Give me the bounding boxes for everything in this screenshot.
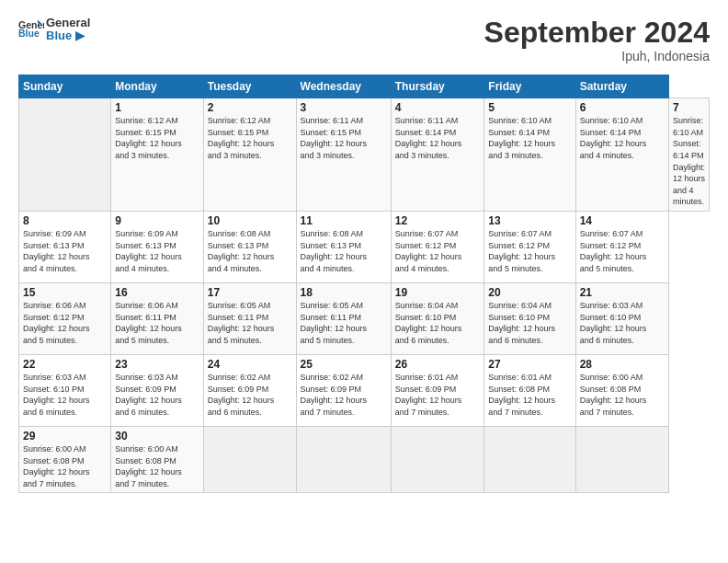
day-info: Sunrise: 6:12 AM Sunset: 6:15 PM Dayligh…	[208, 115, 292, 161]
day-number: 10	[208, 214, 292, 227]
day-of-week-header: Thursday	[391, 75, 484, 98]
day-number: 21	[580, 286, 665, 299]
day-of-week-header: Friday	[484, 75, 575, 98]
day-of-week-header: Saturday	[575, 75, 668, 98]
calendar-cell: 8Sunrise: 6:09 AM Sunset: 6:13 PM Daylig…	[19, 211, 111, 282]
calendar-header-row: SundayMondayTuesdayWednesdayThursdayFrid…	[19, 75, 710, 98]
day-number: 3	[301, 101, 387, 114]
calendar-cell: 21Sunrise: 6:03 AM Sunset: 6:10 PM Dayli…	[575, 282, 668, 354]
location: Ipuh, Indonesia	[484, 49, 710, 63]
day-info: Sunrise: 6:06 AM Sunset: 6:12 PM Dayligh…	[23, 300, 107, 346]
day-info: Sunrise: 6:05 AM Sunset: 6:11 PM Dayligh…	[301, 300, 387, 346]
calendar-week-row: 1Sunrise: 6:12 AM Sunset: 6:15 PM Daylig…	[19, 98, 710, 212]
day-of-week-header: Wednesday	[296, 75, 391, 98]
calendar-cell: 17Sunrise: 6:05 AM Sunset: 6:11 PM Dayli…	[203, 282, 296, 354]
calendar-cell: 29Sunrise: 6:00 AM Sunset: 6:08 PM Dayli…	[19, 426, 111, 492]
day-number: 12	[395, 214, 481, 227]
calendar-cell: 18Sunrise: 6:05 AM Sunset: 6:11 PM Dayli…	[296, 282, 391, 354]
calendar-cell: 19Sunrise: 6:04 AM Sunset: 6:10 PM Dayli…	[391, 282, 484, 354]
calendar-table: SundayMondayTuesdayWednesdayThursdayFrid…	[18, 75, 710, 493]
calendar-cell: 7Sunrise: 6:10 AM Sunset: 6:14 PM Daylig…	[668, 98, 709, 212]
day-info: Sunrise: 6:10 AM Sunset: 6:14 PM Dayligh…	[488, 115, 571, 161]
logo-icon: General Blue	[18, 17, 44, 42]
day-info: Sunrise: 6:10 AM Sunset: 6:14 PM Dayligh…	[673, 115, 705, 208]
calendar-cell: 16Sunrise: 6:06 AM Sunset: 6:11 PM Dayli…	[111, 282, 204, 354]
day-info: Sunrise: 6:00 AM Sunset: 6:08 PM Dayligh…	[23, 443, 107, 489]
day-number: 13	[488, 214, 571, 227]
calendar-cell: 25Sunrise: 6:02 AM Sunset: 6:09 PM Dayli…	[296, 354, 391, 426]
calendar-cell: 10Sunrise: 6:08 AM Sunset: 6:13 PM Dayli…	[203, 211, 296, 282]
day-number: 6	[580, 101, 665, 114]
day-number: 24	[208, 358, 292, 371]
calendar-cell: 6Sunrise: 6:10 AM Sunset: 6:14 PM Daylig…	[575, 98, 668, 212]
svg-text:Blue: Blue	[18, 29, 40, 40]
day-number: 23	[115, 358, 199, 371]
calendar-cell: 2Sunrise: 6:12 AM Sunset: 6:15 PM Daylig…	[203, 98, 296, 212]
calendar-cell: 12Sunrise: 6:07 AM Sunset: 6:12 PM Dayli…	[391, 211, 484, 282]
day-info: Sunrise: 6:09 AM Sunset: 6:13 PM Dayligh…	[23, 228, 107, 274]
day-number: 22	[23, 358, 107, 371]
day-info: Sunrise: 6:02 AM Sunset: 6:09 PM Dayligh…	[208, 372, 292, 418]
day-number: 17	[208, 286, 292, 299]
day-number: 16	[115, 286, 199, 299]
day-info: Sunrise: 6:04 AM Sunset: 6:10 PM Dayligh…	[395, 300, 481, 346]
day-number: 11	[301, 214, 387, 227]
day-number: 19	[395, 286, 481, 299]
calendar-cell: 14Sunrise: 6:07 AM Sunset: 6:12 PM Dayli…	[575, 211, 668, 282]
day-number: 26	[395, 358, 481, 371]
day-info: Sunrise: 6:11 AM Sunset: 6:14 PM Dayligh…	[395, 115, 481, 161]
day-number: 30	[115, 430, 199, 442]
calendar-week-row: 29Sunrise: 6:00 AM Sunset: 6:08 PM Dayli…	[19, 426, 710, 492]
day-info: Sunrise: 6:03 AM Sunset: 6:09 PM Dayligh…	[115, 372, 199, 418]
calendar-cell: 27Sunrise: 6:01 AM Sunset: 6:08 PM Dayli…	[484, 354, 575, 426]
day-info: Sunrise: 6:11 AM Sunset: 6:15 PM Dayligh…	[301, 115, 387, 161]
header: General Blue General Blue ▶ September 20…	[18, 17, 710, 63]
day-number: 2	[208, 101, 292, 114]
calendar-cell: 15Sunrise: 6:06 AM Sunset: 6:12 PM Dayli…	[19, 282, 111, 354]
day-info: Sunrise: 6:05 AM Sunset: 6:11 PM Dayligh…	[208, 300, 292, 346]
day-number: 25	[301, 358, 387, 371]
day-number: 18	[301, 286, 387, 299]
day-number: 27	[488, 358, 571, 371]
calendar-week-row: 8Sunrise: 6:09 AM Sunset: 6:13 PM Daylig…	[19, 211, 710, 282]
calendar-cell	[575, 426, 668, 492]
calendar-cell: 22Sunrise: 6:03 AM Sunset: 6:10 PM Dayli…	[19, 354, 111, 426]
day-info: Sunrise: 6:01 AM Sunset: 6:08 PM Dayligh…	[488, 372, 571, 418]
calendar-cell	[203, 426, 296, 492]
day-of-week-header: Sunday	[19, 75, 111, 98]
calendar-cell: 11Sunrise: 6:08 AM Sunset: 6:13 PM Dayli…	[296, 211, 391, 282]
page-container: General Blue General Blue ▶ September 20…	[0, 0, 728, 502]
day-info: Sunrise: 6:03 AM Sunset: 6:10 PM Dayligh…	[580, 300, 665, 346]
day-info: Sunrise: 6:07 AM Sunset: 6:12 PM Dayligh…	[580, 228, 665, 274]
day-info: Sunrise: 6:03 AM Sunset: 6:10 PM Dayligh…	[23, 372, 107, 418]
calendar-week-row: 22Sunrise: 6:03 AM Sunset: 6:10 PM Dayli…	[19, 354, 710, 426]
day-info: Sunrise: 6:06 AM Sunset: 6:11 PM Dayligh…	[115, 300, 199, 346]
calendar-cell: 13Sunrise: 6:07 AM Sunset: 6:12 PM Dayli…	[484, 211, 575, 282]
day-number: 9	[115, 214, 199, 227]
day-number: 29	[23, 430, 107, 442]
logo: General Blue General Blue ▶	[18, 17, 90, 43]
calendar-cell	[296, 426, 391, 492]
calendar-body: 1Sunrise: 6:12 AM Sunset: 6:15 PM Daylig…	[19, 98, 710, 493]
day-number: 4	[395, 101, 481, 114]
day-info: Sunrise: 6:07 AM Sunset: 6:12 PM Dayligh…	[488, 228, 571, 274]
calendar-cell: 9Sunrise: 6:09 AM Sunset: 6:13 PM Daylig…	[111, 211, 204, 282]
calendar-cell: 3Sunrise: 6:11 AM Sunset: 6:15 PM Daylig…	[296, 98, 391, 212]
calendar-week-row: 15Sunrise: 6:06 AM Sunset: 6:12 PM Dayli…	[19, 282, 710, 354]
day-info: Sunrise: 6:09 AM Sunset: 6:13 PM Dayligh…	[115, 228, 199, 274]
day-info: Sunrise: 6:00 AM Sunset: 6:08 PM Dayligh…	[580, 372, 665, 418]
empty-cell	[19, 98, 111, 212]
month-title: September 2024	[484, 17, 710, 49]
calendar-cell: 30Sunrise: 6:00 AM Sunset: 6:08 PM Dayli…	[111, 426, 204, 492]
day-of-week-header: Tuesday	[203, 75, 296, 98]
title-area: September 2024 Ipuh, Indonesia	[484, 17, 710, 63]
day-info: Sunrise: 6:12 AM Sunset: 6:15 PM Dayligh…	[115, 115, 199, 161]
day-info: Sunrise: 6:08 AM Sunset: 6:13 PM Dayligh…	[208, 228, 292, 274]
day-of-week-header: Monday	[111, 75, 204, 98]
calendar-cell	[391, 426, 484, 492]
calendar-cell: 24Sunrise: 6:02 AM Sunset: 6:09 PM Dayli…	[203, 354, 296, 426]
day-info: Sunrise: 6:07 AM Sunset: 6:12 PM Dayligh…	[395, 228, 481, 274]
day-number: 15	[23, 286, 107, 299]
day-number: 20	[488, 286, 571, 299]
day-info: Sunrise: 6:08 AM Sunset: 6:13 PM Dayligh…	[301, 228, 387, 274]
